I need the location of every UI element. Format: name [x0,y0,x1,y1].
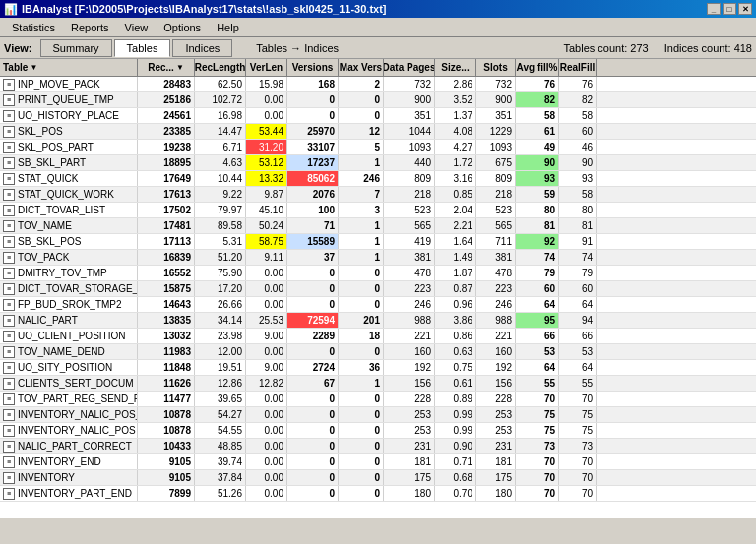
table-row[interactable]: ≡ INVENTORY_NALIC_POS 10878 54.55 0.00 0… [0,423,756,439]
col-header-realfill[interactable]: RealFill [559,59,597,76]
col-header-reclen[interactable]: RecLength [195,59,246,76]
cell-maxver: 0 [339,486,384,501]
cell-slots: 523 [476,203,516,217]
cell-rec: 11626 [138,376,195,391]
table-row[interactable]: ≡ INVENTORY_END 9105 39.74 0.00 0 0 181 … [0,454,756,470]
table-row[interactable]: ≡ NALIC_PART 13835 34.14 25.53 72594 201… [0,313,756,329]
table-row[interactable]: ≡ INVENTORY_NALIC_POS_BEFORE 10878 54.27… [0,407,756,423]
col-header-verlen[interactable]: VerLen [246,59,287,76]
cell-avgfill: 60 [516,281,559,296]
cell-datapages: 228 [384,392,435,406]
cell-table: ≡ INVENTORY_END [0,454,138,469]
cell-reclen: 9.22 [195,187,246,202]
cell-reclen: 39.74 [195,454,246,469]
cell-slots: 900 [476,92,516,107]
table-row[interactable]: ≡ UO_CLIENT_POSITION 13032 23.98 9.00 22… [0,329,756,344]
cell-slots: 988 [476,313,516,328]
cell-datapages: 381 [384,250,435,265]
table-row[interactable]: ≡ DMITRY_TOV_TMP 16552 75.90 0.00 0 0 47… [0,266,756,281]
table-row[interactable]: ≡ STAT_QUICK 17649 10.44 13.32 85062 246… [0,171,756,187]
menu-statistics[interactable]: Statistics [4,20,63,35]
tab-tables[interactable]: Tables [114,39,171,57]
col-header-size[interactable]: Size... [435,59,476,76]
cell-size: 0.61 [435,376,476,391]
table-icon: ≡ [3,299,15,311]
tab-summary[interactable]: Summary [40,39,112,57]
cell-datapages: 1044 [384,124,435,139]
minimize-button[interactable]: _ [707,3,721,15]
cell-rec: 24561 [138,108,195,123]
cell-maxver: 0 [339,439,384,453]
col-header-table[interactable]: Table▼ [0,59,138,76]
table-row[interactable]: ≡ NALIC_PART_CORRECT 10433 48.85 0.00 0 … [0,439,756,454]
cell-datapages: 180 [384,486,435,501]
table-row[interactable]: ≡ UO_HISTORY_PLACE 24561 16.98 0.00 0 0 … [0,108,756,124]
col-header-datapages[interactable]: Data Pages [384,59,435,76]
cell-slots: 253 [476,407,516,422]
close-button[interactable]: ✕ [738,3,752,15]
cell-table: ≡ CLIENTS_SERT_DOCUM [0,376,138,391]
table-row[interactable]: ≡ DICT_TOVAR_STORAGE_TMP 15875 17.20 0.0… [0,281,756,297]
table-icon: ≡ [3,205,15,216]
menu-options[interactable]: Options [156,20,209,35]
table-row[interactable]: ≡ SB_SKL_PART 18895 4.63 53.12 17237 1 4… [0,155,756,171]
cell-reclen: 10.44 [195,171,246,186]
menu-help[interactable]: Help [209,20,247,35]
table-row[interactable]: ≡ INVENTORY_PART_END 7899 51.26 0.00 0 0… [0,486,756,502]
cell-realfill: 58 [559,187,597,202]
cell-maxver: 0 [339,407,384,422]
cell-slots: 192 [476,360,516,375]
cell-avgfill: 64 [516,297,559,312]
col-header-avgfill[interactable]: Avg fill% [516,59,559,76]
cell-size: 0.85 [435,187,476,202]
cell-rec: 11983 [138,344,195,359]
cell-table: ≡ INVENTORY [0,470,138,485]
cell-size: 0.70 [435,486,476,501]
cell-reclen: 54.55 [195,423,246,438]
table-row[interactable]: ≡ SB_SKL_POS 17113 5.31 58.75 15589 1 41… [0,234,756,250]
table-row[interactable]: ≡ SKL_POS 23385 14.47 53.44 25970 12 104… [0,124,756,140]
cell-reclen: 16.98 [195,108,246,123]
table-row[interactable]: ≡ STAT_QUICK_WORK 17613 9.22 9.87 2076 7… [0,187,756,203]
cell-table: ≡ TOV_NAME [0,218,138,233]
table-row[interactable]: ≡ SKL_POS_PART 19238 6.71 31.20 33107 5 … [0,140,756,155]
table-row[interactable]: ≡ CLIENTS_SERT_DOCUM 11626 12.86 12.82 6… [0,376,756,392]
cell-verlen: 15.98 [246,77,287,91]
cell-size: 0.75 [435,360,476,375]
table-row[interactable]: ≡ TOV_NAME_DEND 11983 12.00 0.00 0 0 160… [0,344,756,360]
menu-reports[interactable]: Reports [63,20,117,35]
cell-maxver: 1 [339,234,384,249]
cell-avgfill: 66 [516,329,559,343]
menu-view[interactable]: View [117,20,157,35]
cell-versions: 0 [287,281,339,296]
cell-table-name: DICT_TOVAR_LIST [18,205,105,215]
table-row[interactable]: ≡ FP_BUD_SROK_TMP2 14643 26.66 0.00 0 0 … [0,297,756,313]
col-header-slots[interactable]: Slots [476,59,516,76]
table-row[interactable]: ≡ TOV_NAME 17481 89.58 50.24 71 1 565 2.… [0,218,756,234]
cell-versions: 0 [287,454,339,469]
cell-avgfill: 70 [516,470,559,485]
cell-verlen: 58.75 [246,234,287,249]
cell-maxver: 0 [339,470,384,485]
table-row[interactable]: ≡ PRINT_QUEUE_TMP 25186 102.72 0.00 0 0 … [0,92,756,108]
cell-versions: 72594 [287,313,339,328]
cell-size: 1.37 [435,108,476,123]
maximize-button[interactable]: □ [723,3,736,15]
cell-slots: 223 [476,281,516,296]
table-row[interactable]: ≡ INVENTORY 9105 37.84 0.00 0 0 175 0.68… [0,470,756,486]
col-header-rec[interactable]: Rec...▼ [138,59,195,76]
table-row[interactable]: ≡ UO_SITY_POSITION 11848 19.51 9.00 2724… [0,360,756,376]
cell-reclen: 6.71 [195,140,246,154]
tab-indices[interactable]: Indices [172,39,232,57]
table-row[interactable]: ≡ DICT_TOVAR_LIST 17502 79.97 45.10 100 … [0,203,756,218]
table-row[interactable]: ≡ TOV_PACK 16839 51.20 9.11 37 1 381 1.4… [0,250,756,266]
table-row[interactable]: ≡ INP_MOVE_PACK 28483 62.50 15.98 168 2 … [0,77,756,92]
cell-slots: 218 [476,187,516,202]
cell-datapages: 246 [384,297,435,312]
col-header-versions[interactable]: Versions [287,59,339,76]
cell-size: 0.63 [435,344,476,359]
cell-size: 4.08 [435,124,476,139]
col-header-maxver[interactable]: Max Vers [339,59,384,76]
cell-table-name: PRINT_QUEUE_TMP [18,94,114,105]
table-row[interactable]: ≡ TOV_PART_REG_SEND_FILIAL 11477 39.65 0… [0,392,756,407]
